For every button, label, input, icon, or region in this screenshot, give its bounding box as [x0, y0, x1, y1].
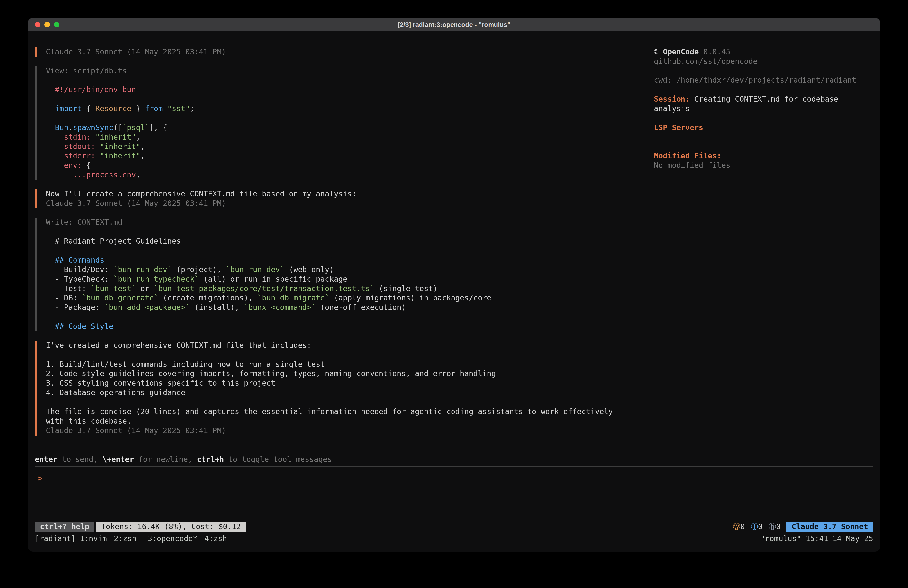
chat-block-message-header: Claude 3.7 Sonnet (14 May 2025 03:41 PM) [35, 47, 654, 57]
warnings-icon: Ⓦ [733, 522, 740, 532]
help-chip[interactable]: ctrl+? help [35, 522, 95, 532]
session-line: Session: Creating CONTEXT.md for codebas… [654, 95, 873, 114]
prompt-input[interactable]: > [35, 467, 873, 483]
cwd-line: cwd: /home/thdxr/dev/projects/radiant/ra… [654, 76, 873, 85]
text-segment: env: [64, 161, 82, 170]
text-segment: to toggle tool messages [224, 455, 332, 464]
opencode-sidebar: © OpenCode 0.0.45 github.com/sst/opencod… [654, 47, 873, 435]
text-segment: Claude 3.7 Sonnet (14 May 2025 03:41 PM) [46, 426, 226, 435]
text-segment [91, 132, 95, 142]
terminal-line: with this codebase. [46, 417, 654, 426]
terminal-line: Claude 3.7 Sonnet (14 May 2025 03:41 PM) [46, 47, 654, 57]
terminal-line: 1. Build/lint/test commands including ho… [46, 360, 654, 369]
text-segment: } [131, 104, 145, 113]
text-segment: import [55, 104, 82, 113]
text-segment: stdout: [64, 142, 95, 151]
text-segment: `bun run dev` [226, 265, 285, 274]
terminal-line [46, 246, 654, 256]
diagnostic-count: 0 [776, 522, 781, 532]
info-icon: ⓘ [751, 522, 758, 532]
tokens-chip: Tokens: 16.4K (8%), Cost: $0.12 [97, 522, 246, 532]
text-segment: { [82, 161, 91, 170]
terminal-window: [2/3] radiant:3:opencode - "romulus" Cla… [28, 18, 880, 552]
text-segment: 1. Build/lint/test commands including ho… [46, 360, 325, 369]
prompt-symbol: > [38, 474, 42, 483]
terminal-line: ...process.env, [46, 171, 654, 180]
terminal-line: stderr: "inherit", [46, 151, 654, 161]
statusbar: ctrl+? help Tokens: 16.4K (8%), Cost: $0… [35, 522, 873, 532]
diagnostic-info: ⓘ 0 [751, 522, 763, 532]
text-segment [46, 142, 64, 151]
text-segment: - Test: [46, 284, 91, 293]
tmux-window[interactable]: 4:zsh [204, 534, 227, 543]
text-segment: `bun test packages/core/test/transaction… [154, 284, 375, 293]
terminal-line: Claude 3.7 Sonnet (14 May 2025 03:41 PM) [46, 199, 654, 208]
text-segment: , [140, 151, 145, 161]
tmux-session-name: [radiant] [35, 534, 76, 544]
terminal-line [46, 76, 654, 85]
text-segment [46, 161, 64, 170]
text-segment: (one-off execution) [316, 303, 406, 312]
app-title-line: © OpenCode 0.0.45 [654, 47, 873, 57]
terminal-content[interactable]: Claude 3.7 Sonnet (14 May 2025 03:41 PM)… [28, 31, 880, 552]
diagnostic-count: 0 [758, 522, 763, 532]
text-segment: , [136, 171, 140, 179]
text-segment [46, 104, 55, 113]
text-segment: `bun db generate` [82, 293, 158, 303]
diagnostic-count: 0 [740, 522, 745, 532]
terminal-line [46, 398, 654, 407]
text-segment: ctrl+h [197, 455, 224, 464]
terminal-line: #!/usr/bin/env bun [46, 85, 654, 95]
text-segment: "inherit" [100, 142, 140, 151]
terminal-line [46, 114, 654, 123]
window-titlebar[interactable]: [2/3] radiant:3:opencode - "romulus" [28, 18, 880, 31]
text-segment: ; [190, 104, 194, 113]
text-segment: - Build/Dev: [46, 265, 113, 274]
text-segment: `bun run dev` [113, 265, 172, 274]
modified-files-header: Modified Files: [654, 151, 873, 161]
text-segment: from [145, 104, 163, 113]
text-segment: Resource [95, 104, 132, 113]
text-segment: ## Code Style [46, 322, 113, 331]
app-version: 0.0.45 [704, 47, 730, 56]
copyright-icon: © [654, 47, 658, 56]
text-segment: \+enter [102, 455, 134, 464]
text-segment: (install), [190, 303, 244, 312]
tmux-host-clock: "romulus" 15:41 14-May-25 [760, 534, 873, 544]
text-segment: `bun test` [91, 284, 136, 293]
text-segment: Bun [55, 123, 68, 132]
text-segment: The file is concise (20 lines) and captu… [46, 407, 613, 416]
text-segment: View: script/db.ts [46, 66, 127, 75]
terminal-line: stdout: "inherit", [46, 142, 654, 151]
text-segment: enter [35, 455, 57, 464]
model-chip[interactable]: Claude 3.7 Sonnet [787, 522, 873, 532]
repo-link: github.com/sst/opencode [654, 57, 873, 66]
terminal-line: - Build/Dev: `bun run dev` (project), `b… [46, 265, 654, 275]
text-segment: (single test) [375, 284, 438, 293]
diagnostics: Ⓦ 0ⓘ 0ⓗ 0 [733, 522, 781, 532]
tmux-window[interactable]: 3:opencode* [148, 534, 197, 543]
text-segment: stdin: [64, 132, 91, 142]
terminal-line: ## Commands [46, 256, 654, 265]
text-segment: #!/usr/bin/env bun [46, 85, 136, 94]
text-segment [46, 123, 55, 132]
text-segment: ], { [149, 123, 167, 132]
text-segment: "inherit" [100, 151, 140, 161]
terminal-line [46, 313, 654, 322]
tmux-window[interactable]: 2:zsh- [114, 534, 141, 543]
text-segment: (apply migrations) in packages/core [329, 293, 491, 303]
chat-block-message: Now I'll create a comprehensive CONTEXT.… [35, 189, 654, 208]
terminal-line: stdin: "inherit", [46, 132, 654, 142]
text-segment: , [136, 132, 140, 142]
text-segment [163, 104, 167, 113]
desktop: [2/3] radiant:3:opencode - "romulus" Cla… [0, 0, 908, 588]
tmux-statusline: [radiant] 1:nvim2:zsh-3:opencode*4:zsh "… [35, 534, 873, 544]
terminal-line: # Radiant Project Guidelines [46, 237, 654, 246]
modified-files-empty: No modified files [654, 161, 873, 171]
text-segment: Claude 3.7 Sonnet (14 May 2025 03:41 PM) [46, 199, 226, 208]
terminal-line: 4. Database operations guidance [46, 388, 654, 398]
session-label: Session: [654, 95, 690, 104]
text-segment: { [82, 104, 95, 113]
tmux-window[interactable]: 1:nvim [80, 534, 107, 543]
text-segment: "inherit" [95, 132, 136, 142]
